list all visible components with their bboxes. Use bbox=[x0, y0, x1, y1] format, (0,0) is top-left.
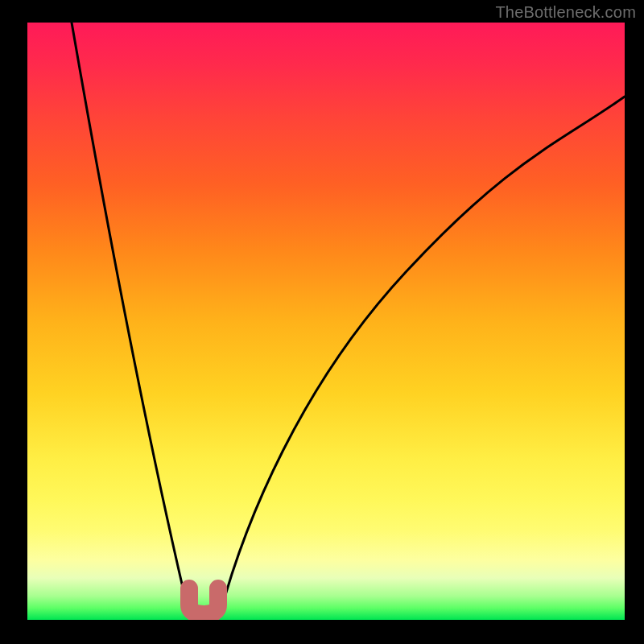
hook-marker bbox=[189, 588, 218, 614]
curve-left-branch bbox=[72, 23, 189, 615]
curve-right-branch bbox=[220, 97, 625, 615]
watermark-text: TheBottleneck.com bbox=[495, 3, 636, 22]
chart-svg bbox=[27, 23, 625, 620]
chart-plot-area bbox=[27, 23, 625, 620]
